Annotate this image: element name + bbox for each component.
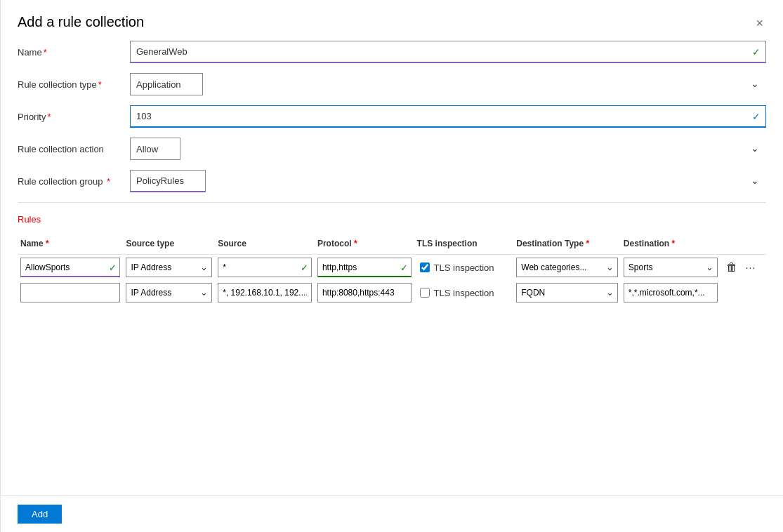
name-input-wrapper: ✓ [130, 41, 766, 63]
row2-tls-wrapper: TLS inspection [417, 288, 511, 298]
row1-tls-cell: TLS inspection [414, 255, 514, 281]
row2-name-input[interactable] [20, 283, 120, 302]
row1-name-input[interactable] [20, 258, 120, 277]
row1-name-check-icon: ✓ [109, 262, 117, 273]
name-check-icon: ✓ [752, 46, 761, 58]
col-header-actions [721, 236, 766, 255]
row1-actions: 🗑 ··· [723, 260, 763, 275]
row2-source-type-wrapper: IP Address [126, 283, 212, 302]
row2-dest-type-cell: FQDN Web categories... IP Address [513, 280, 621, 305]
row1-dest-select[interactable]: Sports [624, 258, 718, 277]
rule-collection-group-row: Rule collection group * PolicyRules [18, 170, 766, 192]
row2-name-cell [18, 280, 123, 305]
col-header-dest-type: Destination Type * [513, 236, 621, 255]
table-row: IP Address TLS inspection [18, 280, 766, 305]
row1-dest-cell: Sports [621, 255, 721, 281]
col-header-name: Name * [18, 236, 123, 255]
row1-actions-cell: 🗑 ··· [721, 255, 766, 281]
row1-protocol-input[interactable] [317, 258, 412, 277]
row1-source-input[interactable] [218, 258, 312, 277]
rule-collection-group-select[interactable]: PolicyRules [130, 170, 206, 192]
row1-source-type-wrapper: IP Address [126, 258, 212, 277]
row1-dest-type-select[interactable]: Web categories... FQDN IP Address [516, 258, 618, 277]
row1-protocol-cell: ✓ [315, 255, 414, 281]
rule-collection-group-label: Rule collection group * [18, 176, 130, 187]
panel-footer: Add [1, 496, 783, 532]
priority-check-icon: ✓ [752, 111, 761, 122]
row2-dest-cell [621, 280, 721, 305]
priority-label: Priority* [18, 112, 130, 122]
name-label: Name* [18, 47, 130, 58]
row1-source-cell: ✓ [215, 255, 315, 281]
row2-protocol-input[interactable] [317, 283, 412, 302]
priority-row: Priority* ✓ [18, 105, 766, 128]
row2-dest-input[interactable] [624, 283, 718, 302]
close-button[interactable]: × [753, 14, 766, 32]
rule-collection-type-wrapper: Application Network NAT [130, 73, 766, 95]
rule-collection-action-row: Rule collection action Allow Deny [18, 138, 766, 160]
row1-source-input-wrap: ✓ [218, 258, 312, 277]
row1-source-check-icon: ✓ [301, 262, 308, 273]
col-header-dest: Destination * [621, 236, 721, 255]
row2-tls-checkbox[interactable] [420, 288, 430, 298]
row1-name-cell: ✓ [18, 255, 123, 281]
row1-dest-type-cell: Web categories... FQDN IP Address [513, 255, 621, 281]
row1-delete-button[interactable]: 🗑 [723, 260, 740, 275]
row2-actions-cell [721, 280, 766, 305]
rule-collection-action-select[interactable]: Allow Deny [130, 138, 180, 160]
row1-tls-checkbox[interactable] [420, 262, 430, 272]
row1-protocol-input-wrap: ✓ [317, 258, 412, 277]
col-header-tls: TLS inspection [414, 236, 514, 255]
rule-collection-type-select[interactable]: Application Network NAT [130, 73, 203, 95]
row2-tls-label: TLS inspection [434, 288, 494, 298]
rules-section-label: Rules [18, 214, 766, 225]
priority-input[interactable] [130, 105, 766, 128]
panel-title: Add a rule collection [18, 14, 144, 30]
col-header-source-type: Source type [123, 236, 215, 255]
name-input[interactable] [130, 41, 766, 63]
row2-tls-cell: TLS inspection [414, 280, 514, 305]
row2-source-cell [215, 280, 315, 305]
col-header-protocol: Protocol * [315, 236, 414, 255]
name-row: Name* ✓ [18, 41, 766, 63]
row1-name-input-wrap: ✓ [20, 258, 120, 277]
row1-dest-select-wrap: Sports [624, 258, 718, 277]
row2-source-input[interactable] [218, 283, 312, 302]
add-rule-collection-panel: Add a rule collection × Name* ✓ Rule col… [0, 0, 783, 532]
panel-content: Name* ✓ Rule collection type* Applicatio… [1, 41, 783, 496]
rule-collection-action-label: Rule collection action [18, 144, 130, 154]
row1-source-type-select[interactable]: IP Address [126, 258, 212, 277]
row2-dest-type-wrapper: FQDN Web categories... IP Address [516, 283, 618, 302]
col-header-source: Source [215, 236, 315, 255]
row2-protocol-cell [315, 280, 414, 305]
row2-dest-type-select[interactable]: FQDN Web categories... IP Address [516, 283, 618, 302]
row2-source-type-select[interactable]: IP Address [126, 283, 212, 302]
priority-input-wrapper: ✓ [130, 105, 766, 128]
table-row: ✓ IP Address ✓ [18, 255, 766, 281]
divider [18, 202, 766, 203]
row1-dest-type-wrapper: Web categories... FQDN IP Address [516, 258, 618, 277]
row1-tls-label: TLS inspection [434, 262, 494, 273]
row1-source-type-cell: IP Address [123, 255, 215, 281]
row1-tls-wrapper: TLS inspection [417, 262, 511, 273]
panel-header: Add a rule collection × [1, 0, 783, 41]
row2-source-type-cell: IP Address [123, 280, 215, 305]
row1-dest-wrapper: Sports [624, 258, 718, 277]
rule-collection-group-wrapper: PolicyRules [130, 170, 766, 192]
row1-more-button[interactable]: ··· [743, 260, 759, 274]
rule-collection-type-label: Rule collection type* [18, 79, 130, 90]
row1-protocol-check-icon: ✓ [400, 262, 408, 273]
rule-collection-action-wrapper: Allow Deny [130, 138, 766, 160]
rules-table: Name * Source type Source Protocol * TLS… [18, 236, 766, 305]
rule-collection-type-row: Rule collection type* Application Networ… [18, 73, 766, 95]
add-button[interactable]: Add [18, 505, 62, 524]
